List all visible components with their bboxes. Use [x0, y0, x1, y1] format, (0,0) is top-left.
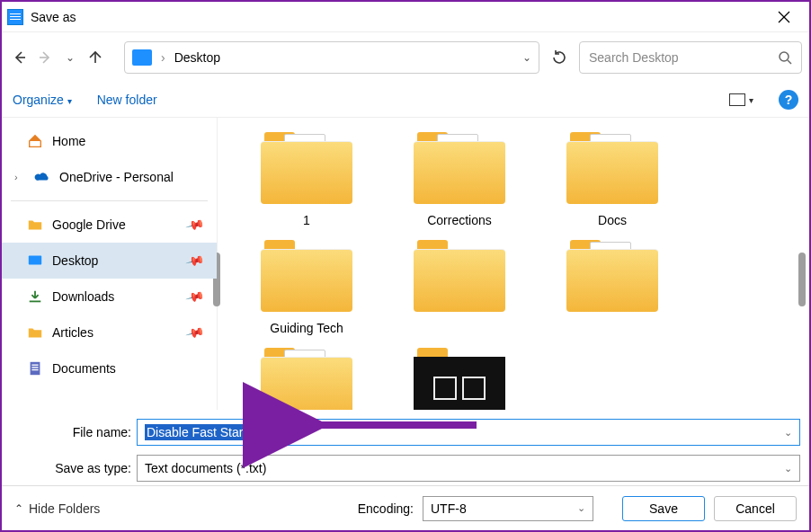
desktop-icon: [27, 253, 43, 269]
content-scrollbar[interactable]: [798, 253, 806, 306]
search-icon: [778, 50, 792, 65]
pin-icon: 📌: [184, 251, 205, 270]
nav-bar: ⌄ › Desktop ⌄ Search Desktop: [2, 32, 809, 83]
view-icon: [729, 93, 745, 106]
title-bar: Save as: [2, 2, 809, 32]
svg-point-5: [780, 52, 789, 61]
help-button[interactable]: ?: [779, 90, 798, 110]
chevron-up-icon: ⌃: [14, 502, 23, 515]
download-icon: [27, 288, 43, 305]
toolbar: Organize ▾ New folder ▾ ?: [2, 83, 809, 117]
folder-icon: [563, 236, 662, 315]
file-name-label: File name:: [11, 425, 137, 439]
encoding-select[interactable]: UTF-8 ⌄: [423, 496, 593, 521]
sidebar-separator: [11, 200, 208, 201]
folder-item[interactable]: [545, 236, 680, 335]
folder-icon: [27, 217, 43, 233]
back-button[interactable]: [9, 47, 31, 68]
svg-rect-9: [31, 362, 40, 375]
file-name-value: Disable Fast Startup.reg: [145, 424, 284, 440]
sidebar-item-label: Desktop: [52, 253, 98, 268]
folder-item[interactable]: Guiding Tech: [239, 236, 374, 335]
sidebar-item-downloads[interactable]: Downloads 📌: [2, 279, 217, 315]
caret-down-icon: ▾: [749, 95, 753, 105]
close-button[interactable]: [764, 4, 804, 30]
folder-icon: [563, 129, 662, 208]
cancel-button[interactable]: Cancel: [714, 496, 797, 521]
item-label: Docs: [598, 213, 627, 227]
item-label: Guiding Tech: [270, 321, 343, 335]
app-icon: [7, 9, 23, 25]
folder-item[interactable]: Corrections: [392, 129, 527, 227]
organize-menu[interactable]: Organize ▾: [13, 93, 72, 107]
svg-rect-11: [31, 367, 38, 368]
svg-rect-10: [31, 365, 38, 366]
chevron-down-icon[interactable]: ⌄: [784, 427, 792, 439]
view-menu[interactable]: ▾: [729, 93, 753, 106]
folder-icon: [257, 236, 356, 315]
location-icon: [132, 49, 152, 66]
save-fields: File name: Disable Fast Startup.reg ⌄ Sa…: [2, 410, 809, 485]
arrow-left-icon: [12, 49, 28, 66]
save-as-type-select[interactable]: Text documents (*.txt) ⌄: [137, 455, 800, 482]
sidebar-item-google-drive[interactable]: Google Drive 📌: [2, 207, 217, 243]
address-bar[interactable]: › Desktop ⌄: [124, 41, 539, 74]
sidebar-item-articles[interactable]: Articles 📌: [2, 315, 217, 350]
pin-icon: 📌: [184, 215, 205, 235]
save-as-type-label: Save as type:: [11, 461, 137, 475]
svg-line-6: [788, 60, 791, 64]
sidebar: Home › OneDrive - Personal Google Drive …: [2, 118, 218, 410]
close-icon: [778, 11, 790, 23]
sidebar-item-label: Downloads: [52, 289, 114, 304]
sidebar-item-onedrive[interactable]: › OneDrive - Personal: [2, 159, 217, 195]
folder-item[interactable]: [392, 344, 527, 410]
forward-button[interactable]: [34, 47, 56, 68]
document-icon: [27, 360, 43, 377]
folder-item[interactable]: [392, 236, 527, 335]
help-icon: ?: [785, 93, 793, 107]
chevron-down-icon[interactable]: ⌄: [784, 463, 792, 474]
refresh-button[interactable]: [543, 41, 575, 74]
arrow-up-icon: [87, 49, 103, 66]
sidebar-item-desktop[interactable]: Desktop 📌: [2, 243, 217, 279]
new-folder-button[interactable]: New folder: [97, 93, 157, 107]
item-label: Corrections: [427, 213, 492, 227]
folder-item[interactable]: [239, 344, 374, 410]
chevron-down-icon[interactable]: ⌄: [577, 502, 585, 514]
file-list[interactable]: 1 Corrections Docs Guiding Tech: [218, 118, 809, 410]
svg-rect-7: [29, 256, 41, 265]
folder-icon: [410, 344, 509, 410]
folder-icon: [257, 129, 356, 208]
save-button[interactable]: Save: [622, 496, 705, 521]
folder-item[interactable]: Docs: [545, 129, 680, 227]
arrow-right-icon: [37, 49, 53, 66]
breadcrumb-separator-icon: ›: [161, 50, 165, 65]
cloud-icon: [34, 169, 50, 185]
sidebar-item-documents[interactable]: Documents: [2, 350, 217, 386]
folder-icon: [257, 344, 356, 410]
folder-item[interactable]: 1: [239, 129, 374, 227]
file-name-input[interactable]: Disable Fast Startup.reg ⌄: [137, 419, 800, 446]
sidebar-item-home[interactable]: Home: [2, 123, 217, 159]
sidebar-item-label: Home: [52, 134, 85, 148]
item-label: 1: [303, 213, 310, 227]
dialog-footer: ⌃ Hide Folders Encoding: UTF-8 ⌄ Save Ca…: [2, 485, 809, 530]
svg-rect-12: [31, 369, 38, 370]
search-placeholder: Search Desktop: [589, 50, 769, 65]
breadcrumb-location[interactable]: Desktop: [174, 50, 220, 65]
up-button[interactable]: [85, 47, 106, 68]
chevron-down-icon[interactable]: ⌄: [522, 51, 531, 64]
folder-icon: [410, 129, 509, 208]
pin-icon: 📌: [184, 287, 205, 306]
sidebar-item-label: Articles: [52, 325, 94, 340]
chevron-down-icon: ⌄: [66, 51, 75, 64]
search-box[interactable]: Search Desktop: [579, 41, 802, 74]
hide-folders-button[interactable]: ⌃ Hide Folders: [14, 501, 100, 516]
window-title: Save as: [31, 10, 764, 24]
recent-locations-button[interactable]: ⌄: [59, 47, 81, 68]
chevron-right-icon[interactable]: ›: [14, 172, 25, 182]
home-icon: [27, 133, 43, 149]
encoding-label: Encoding:: [358, 501, 414, 516]
encoding-value: UTF-8: [431, 501, 467, 516]
caret-down-icon: ▾: [67, 96, 72, 106]
